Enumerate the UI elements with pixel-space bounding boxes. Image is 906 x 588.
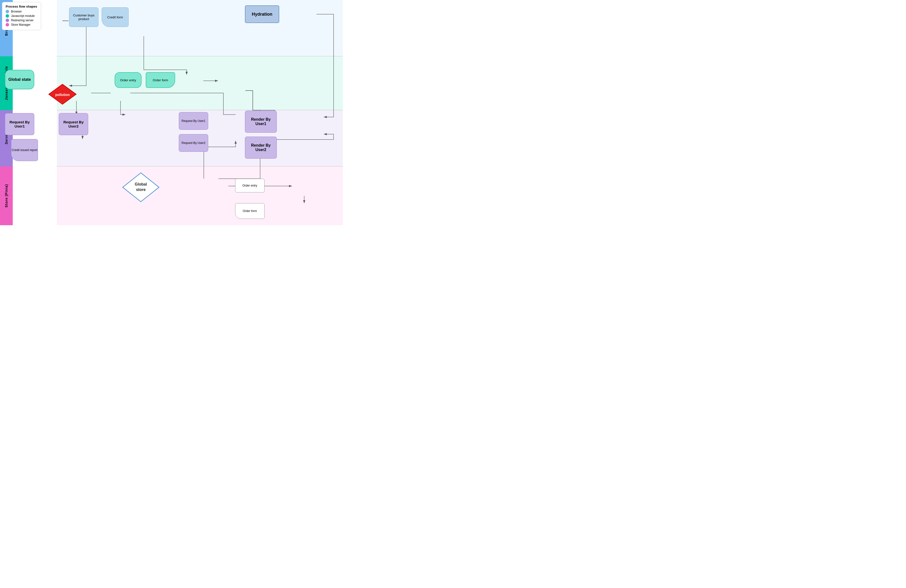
legend-item-js: Javascript module [6, 14, 37, 18]
browser-dot [6, 10, 9, 13]
render-user1-shape[interactable]: Render By User1 [245, 111, 277, 133]
request-user2-b-shape[interactable]: Request By User2 [179, 134, 208, 152]
hydration-label: Hydration [252, 12, 272, 17]
js-dot [6, 14, 9, 18]
customer-buys-label: Customer buys product [71, 13, 96, 21]
order-entry-js-shape[interactable]: Order entry [115, 72, 142, 88]
svg-text:store: store [136, 188, 145, 192]
order-form-js-shape[interactable]: Order form [146, 72, 175, 88]
legend-label-store: Store Manager [11, 23, 30, 26]
lane-store-text: Store (Pinia) [5, 184, 8, 207]
lane-store-bg [57, 166, 343, 225]
customer-buys-shape[interactable]: Customer buys product [69, 7, 99, 27]
request-user2-label: Request By User2 [59, 120, 88, 128]
lane-js-bg [57, 56, 343, 110]
pollution-text: pollution [55, 93, 70, 97]
hydration-shape[interactable]: Hydration [245, 5, 279, 23]
credit-form-shape[interactable]: Credit form [102, 7, 129, 27]
render-user2-shape[interactable]: Render By User2 [245, 137, 277, 159]
order-form-store-label: Order form [243, 209, 257, 213]
credit-form-label: Credit form [107, 16, 123, 19]
order-entry-store-label: Order entry [242, 184, 257, 187]
order-entry-store-shape[interactable]: Order entry [235, 179, 265, 193]
arrow-pre-customer [62, 21, 69, 21]
request-user2-shape[interactable]: Request By User2 [59, 113, 88, 135]
render-user2-label: Render By User2 [245, 143, 276, 152]
store-dot [6, 23, 9, 26]
legend-label-server: Rednering server [11, 19, 33, 22]
legend-title: Process flow shapes [6, 5, 37, 8]
legend: Process flow shapes Browser Javascript m… [2, 2, 41, 30]
svg-marker-9 [123, 173, 159, 202]
svg-text:Global: Global [135, 182, 147, 186]
pollution-diamond-container[interactable]: pollution [48, 83, 77, 106]
pollution-diamond-svg: pollution [48, 83, 77, 105]
global-state-shape[interactable]: Global state [5, 70, 34, 89]
legend-label-js: Javascript module [11, 14, 35, 18]
request-user1-shape[interactable]: Request By User1 [5, 113, 34, 135]
order-form-store-shape[interactable]: Order form [235, 203, 265, 219]
order-form-js-label: Order form [153, 78, 168, 82]
render-user1-label: Render By User1 [245, 117, 276, 126]
main-container: Process flow shapes Browser Javascript m… [0, 0, 343, 225]
lane-browser-bg [57, 0, 343, 56]
credit-issued-label: Credit issued report [12, 148, 37, 152]
legend-item-server: Rednering server [6, 19, 37, 22]
lane-label-store: Store (Pinia) [0, 166, 13, 225]
global-state-label: Global state [8, 77, 31, 82]
global-store-diamond-svg: Global store [121, 171, 160, 203]
global-store-diamond-container[interactable]: Global store [121, 171, 160, 204]
credit-issued-shape[interactable]: Credit issued report [11, 139, 38, 161]
legend-item-store: Store Manager [6, 23, 37, 26]
request-user1-label: Request By User1 [5, 120, 34, 128]
order-entry-js-label: Order entry [120, 78, 136, 82]
legend-label-browser: Browser [11, 10, 22, 13]
request-user2-b-label: Request By User2 [182, 141, 205, 145]
legend-item-browser: Browser [6, 10, 37, 13]
request-user1-b-shape[interactable]: Request By User1 [179, 112, 208, 130]
request-user1-b-label: Request By User1 [182, 119, 205, 123]
server-dot [6, 19, 9, 22]
